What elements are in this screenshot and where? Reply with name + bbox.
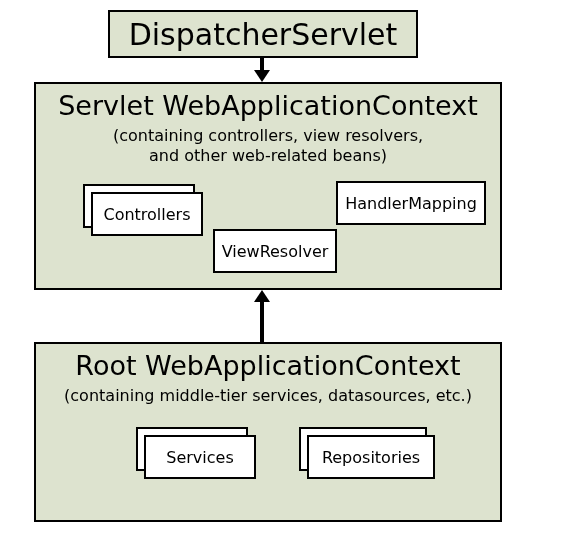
- root-context-box: Root WebApplicationContext (containing m…: [34, 342, 502, 522]
- servlet-context-title: Servlet WebApplicationContext: [36, 90, 500, 121]
- handlermapping-label: HandlerMapping: [345, 194, 477, 213]
- root-context-title: Root WebApplicationContext: [36, 350, 500, 381]
- viewresolver-box: ViewResolver: [213, 229, 337, 273]
- arrowhead-dispatcher-to-servlet: [254, 70, 270, 82]
- controllers-box: Controllers: [91, 192, 203, 236]
- dispatcher-servlet-title: DispatcherServlet: [110, 17, 416, 52]
- services-box: Services: [144, 435, 256, 479]
- dispatcher-servlet-box: DispatcherServlet: [108, 10, 418, 58]
- handlermapping-box: HandlerMapping: [336, 181, 486, 225]
- servlet-context-subtitle: (containing controllers, view resolvers,…: [36, 126, 500, 166]
- servlet-context-box: Servlet WebApplicationContext (containin…: [34, 82, 502, 290]
- controllers-label: Controllers: [103, 205, 190, 224]
- arrow-servlet-to-root: [260, 302, 264, 342]
- arrowhead-servlet-to-root: [254, 290, 270, 302]
- repositories-label: Repositories: [322, 448, 420, 467]
- servlet-context-subtitle-line1: (containing controllers, view resolvers,: [113, 126, 423, 145]
- viewresolver-label: ViewResolver: [222, 242, 329, 261]
- services-label: Services: [166, 448, 233, 467]
- servlet-context-subtitle-line2: and other web-related beans): [149, 146, 387, 165]
- root-context-subtitle: (containing middle-tier services, dataso…: [36, 386, 500, 406]
- repositories-box: Repositories: [307, 435, 435, 479]
